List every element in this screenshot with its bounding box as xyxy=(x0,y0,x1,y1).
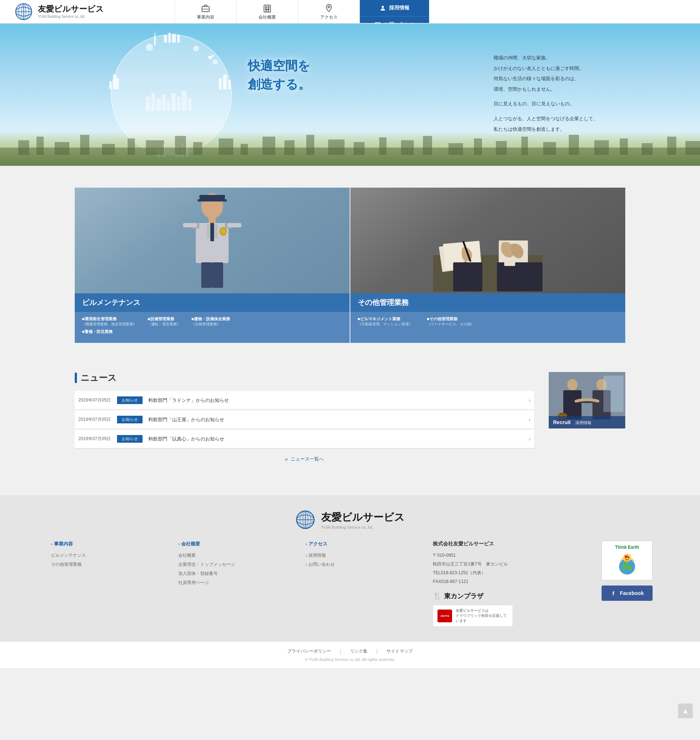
footer-links-link[interactable]: リンク集 xyxy=(343,648,375,654)
col-arrow-icon: › xyxy=(51,542,53,546)
svg-rect-9 xyxy=(264,5,271,12)
news-heading: ニュース xyxy=(75,372,534,384)
footer-col-business: › 事業内容 ビルメンテナンス その他管理業務 xyxy=(44,541,171,627)
footer-link-recruit[interactable]: › 採用情報 xyxy=(306,552,418,559)
news-tag-1: お知らせ xyxy=(117,396,143,404)
service-img-guard xyxy=(75,188,350,293)
nav-label-business: 事業内容 xyxy=(197,14,215,21)
service-card-maintenance[interactable]: ビルメンテナンス ■環境衛生管理業務 《廃棄管理業務、他全管理業務》 ■設備管理… xyxy=(75,188,350,343)
footer-sitemap-link[interactable]: サイトマップ xyxy=(379,648,420,654)
header-logo[interactable]: 友愛ビルサービス YUAI Building Service co.,ltd. xyxy=(0,0,175,23)
hero-section: 快適空間を 創造する。 職場の仲間、大切な家族。 かけがえのない友人とともに過ご… xyxy=(0,23,700,166)
news-item-1[interactable]: 2019年07月05日 お知らせ 料飲部門「ラドンナ」からのお知らせ › xyxy=(75,391,534,410)
svg-rect-56 xyxy=(175,136,186,155)
svg-rect-59 xyxy=(241,144,248,155)
svg-point-105 xyxy=(567,379,578,391)
svg-rect-86 xyxy=(210,223,214,241)
svg-rect-10 xyxy=(265,7,266,8)
footer-link-company-about[interactable]: 会社概要 xyxy=(178,552,291,559)
svg-rect-74 xyxy=(594,140,609,155)
svg-rect-21 xyxy=(172,34,176,43)
facebook-badge[interactable]: Facebook xyxy=(601,586,653,601)
recruit-photo-sublabel: 採用情報 xyxy=(575,420,591,425)
footer-logo-text: 友愛ビルサービス YUAI Building Service co.,ltd. xyxy=(321,511,405,529)
svg-rect-76 xyxy=(642,143,653,155)
svg-rect-75 xyxy=(620,138,628,155)
briefcase-icon xyxy=(200,3,211,13)
svg-rect-53 xyxy=(102,144,115,155)
recruit-link-arrow: › xyxy=(306,554,307,558)
footer-link-maintenance[interactable]: ビルメンテナンス xyxy=(51,552,164,559)
footer-logo-en: YUAI Building Service co.,ltd. xyxy=(321,525,405,529)
company-name: 株式会社友愛ビルサービス xyxy=(433,541,591,547)
svg-rect-77 xyxy=(667,137,676,155)
svg-rect-70 xyxy=(496,141,507,155)
footer-col-badges: Think Earth xyxy=(598,541,656,627)
footer-sep-1: ｜ xyxy=(338,648,343,654)
sponsor-badge[interactable]: AKITA 友愛ビルサービスはクラウブリック秋田を応援しています xyxy=(433,605,513,627)
services-section: ビルメンテナンス ■環境衛生管理業務 《廃棄管理業務、他全管理業務》 ■設備管理… xyxy=(0,166,700,357)
hero-desc-3: 何気ない生活の様々な場面を彩るのは、 xyxy=(494,73,598,84)
service-card-other[interactable]: その他管理業務 ■ビルマネジメント業務 《不動産管理、マンション管理》 ■その他… xyxy=(350,188,625,343)
facebook-icon xyxy=(610,590,617,596)
service-card-other-label: その他管理業務 xyxy=(350,293,625,312)
svg-rect-113 xyxy=(560,413,565,415)
svg-rect-63 xyxy=(328,139,344,155)
col-arrow-icon-2: › xyxy=(178,542,180,546)
nav-item-business[interactable]: 事業内容 xyxy=(175,0,237,23)
svg-rect-52 xyxy=(80,135,89,155)
hero-city-buildings xyxy=(0,133,700,166)
footer-col-business-title[interactable]: › 事業内容 xyxy=(51,541,164,547)
footer-privacy-link[interactable]: プライバシーポリシー xyxy=(280,648,338,654)
section-spacer xyxy=(0,484,700,495)
nav-item-access[interactable]: アクセス xyxy=(298,0,360,23)
svg-rect-11 xyxy=(268,7,269,8)
svg-rect-19 xyxy=(164,35,167,43)
news-text-3: 料飲部門「以真心」からのお知らせ xyxy=(149,436,523,442)
main-nav: 事業内容 会社概要 アクセス xyxy=(175,0,700,23)
svg-rect-72 xyxy=(543,142,556,155)
svg-rect-65 xyxy=(379,137,387,155)
hero-desc-4: 環境、空間かもしれません。 xyxy=(494,84,598,95)
think-earth-badge[interactable]: Think Earth xyxy=(601,541,653,580)
footer-col-company-title[interactable]: › 会社概要 xyxy=(178,541,291,547)
footer-logo-ja: 友愛ビルサービス xyxy=(321,511,405,524)
footer-link-company-membership[interactable]: 加入団体・登録番号 xyxy=(178,571,291,577)
news-date-2: 2019年07月05日 xyxy=(78,417,111,423)
news-date-1: 2019年07月05日 xyxy=(78,397,111,403)
other-detail-item-2: ■その他管理業務 《フードサービス、その他》 xyxy=(427,316,474,327)
nav-label-company: 会社概要 xyxy=(259,14,276,21)
footer-link-contact[interactable]: › お問い合わせ xyxy=(306,561,418,568)
news-recruit-area[interactable]: Recruit 採用情報 xyxy=(549,372,625,462)
footer-link-company-message[interactable]: 企業理念・トップメッセージ xyxy=(178,561,291,568)
news-item-2[interactable]: 2019年07月05日 お知らせ 料飲部門「山王屋」からのお知らせ › xyxy=(75,410,534,429)
svg-point-125 xyxy=(623,554,631,562)
svg-rect-51 xyxy=(55,142,69,155)
svg-rect-38 xyxy=(154,40,156,46)
footer-logo-icon xyxy=(295,510,315,530)
hero-description: 職場の仲間、大切な家族。 かけがえのない友人とともに過ごす時間。 何気ない生活の… xyxy=(494,53,598,134)
svg-rect-101 xyxy=(453,262,482,291)
svg-rect-102 xyxy=(497,262,543,291)
recruit-btn[interactable]: 採用情報 xyxy=(360,0,429,16)
svg-rect-44 xyxy=(171,93,176,111)
footer-link-company-staff[interactable]: 社員専用ページ xyxy=(178,580,291,586)
cityscape-svg xyxy=(0,133,700,166)
service-maintenance-detail: ■環境衛生管理業務 《廃棄管理業務、他全管理業務》 ■設備管理業務 《運転・系官… xyxy=(75,312,350,343)
footer-link-other[interactable]: その他管理業務 xyxy=(51,561,164,568)
footer-col-address: 株式会社友愛ビルサービス 〒010-0951 秋田市山王三丁目1番7号 東カンビ… xyxy=(425,541,598,627)
news-main: ニュース 2019年07月05日 お知らせ 料飲部門「ラドンナ」からのお知らせ … xyxy=(75,372,534,462)
svg-rect-103 xyxy=(504,260,515,266)
site-footer: 友愛ビルサービス YUAI Building Service co.,ltd. … xyxy=(0,495,700,668)
higashikan-badge[interactable]: 🍴 東カンプラザ xyxy=(433,592,484,601)
footer-col-access-title[interactable]: › アクセス xyxy=(306,541,418,547)
company-tel: TEL018-823-1251（代表） xyxy=(433,568,591,577)
news-more-link[interactable]: » ニュース一覧へ xyxy=(75,456,534,462)
footer-sep-2: ｜ xyxy=(375,648,379,654)
nav-item-company[interactable]: 会社概要 xyxy=(237,0,298,23)
news-item-3[interactable]: 2019年07月05日 お知らせ 料飲部門「以真心」からのお知らせ › xyxy=(75,430,534,449)
svg-rect-60 xyxy=(263,137,275,155)
svg-point-36 xyxy=(213,59,218,65)
footer-bottom: プライバシーポリシー ｜ リンク集 ｜ サイトマップ © YUAI Buildi… xyxy=(0,641,700,668)
catchphrase-line2: 創造する。 xyxy=(248,75,310,94)
